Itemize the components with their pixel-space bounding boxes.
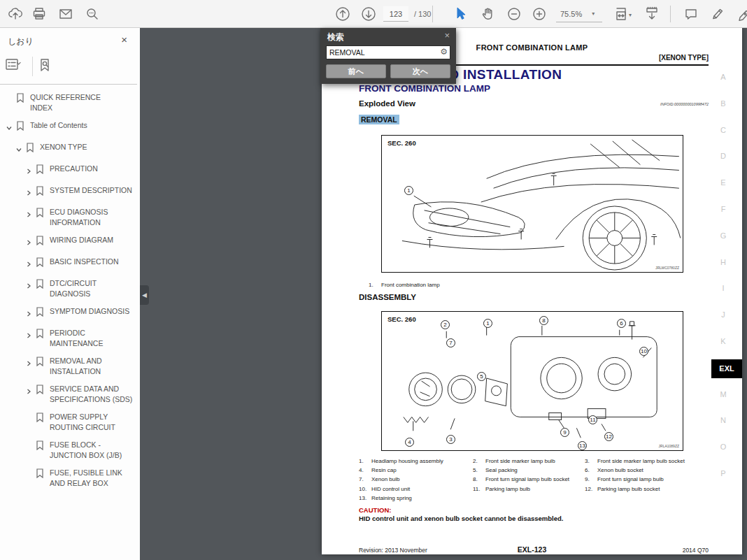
pen-nib-icon [736,6,747,22]
section-tab[interactable]: P [716,469,730,478]
search-button[interactable] [83,5,102,23]
sidebar-toolbar-divider [32,57,33,76]
highlight-button[interactable] [708,5,727,23]
bookmark-item[interactable]: WIRING DIAGRAM [0,235,140,249]
bookmark-item[interactable]: PRECAUTION [0,164,140,178]
zoom-in-button[interactable] [529,5,549,23]
chevron-right-icon[interactable] [25,356,36,370]
bookmark-item-label[interactable]: FUSE, FUSIBLE LINK AND RELAY BOX [50,468,139,488]
bookmark-item-label[interactable]: QUICK REFERENCE INDEX [30,92,120,113]
chevron-right-icon[interactable] [25,306,36,320]
section-tab[interactable]: K [716,337,730,345]
bookmark-item-label[interactable]: SERVICE DATA AND SPECIFICATIONS (SDS) [50,384,139,404]
caution-label: CAUTION: [359,506,391,514]
chevron-right-icon[interactable] [25,207,36,221]
section-tab[interactable]: O [716,443,730,451]
section-tab-active[interactable]: EXL [711,359,742,378]
bookmark-item-label[interactable]: Table of Contents [30,120,87,131]
chevron-right-icon[interactable] [25,384,36,398]
search-options-gear-icon[interactable]: ⚙ [440,47,448,57]
next-page-button[interactable] [359,5,378,23]
share-button[interactable] [6,5,25,23]
zoom-level-dropdown[interactable]: 75.5% ▾ [556,6,602,22]
hand-tool-button[interactable] [478,5,498,23]
bookmark-item-label[interactable]: PRECAUTION [50,164,98,174]
bookmark-item[interactable]: BASIC INSPECTION [0,257,140,271]
section-tab[interactable]: I [716,284,730,292]
disassembly-heading: DISASSEMBLY [359,293,416,301]
bookmark-item[interactable]: XENON TYPE [0,142,140,156]
scroll-mode-button[interactable] [642,5,662,23]
section-tab[interactable]: C [716,126,730,134]
search-query-input[interactable] [327,46,437,59]
bookmark-item-label[interactable]: PERIODIC MAINTENANCE [50,328,139,348]
bookmark-item-label[interactable]: BASIC INSPECTION [50,257,119,267]
section-tab[interactable]: N [716,416,730,424]
part-label: Xenon bulb socket [597,467,643,476]
bookmark-options-button[interactable] [4,56,24,74]
bookmark-item-label[interactable]: DTC/CIRCUIT DIAGNOSIS [50,278,139,299]
bookmark-item[interactable]: SERVICE DATA AND SPECIFICATIONS (SDS) [0,384,140,404]
section-tab[interactable]: M [716,390,730,399]
print-button[interactable] [29,5,49,23]
section-tab[interactable]: E [716,178,730,187]
chevron-right-icon[interactable] [25,164,36,178]
chevron-right-icon[interactable] [25,185,36,199]
bookmark-item[interactable]: POWER SUPPLY ROUTING CIRCUIT [0,412,140,432]
bookmark-item[interactable]: SYSTEM DESCRIPTION [0,185,140,199]
bookmark-item-label[interactable]: SYMPTOM DIAGNOSIS [50,306,129,317]
chevron-down-icon[interactable] [6,120,16,134]
collapse-sidebar-handle[interactable]: ◀ [140,285,149,305]
caution-text: HID control unit and xenon bulb socket c… [359,515,563,522]
chevron-right-icon[interactable] [25,278,36,292]
section-tab[interactable]: F [716,205,730,213]
bookmark-item-label[interactable]: XENON TYPE [40,142,87,152]
comment-button[interactable] [681,5,701,23]
section-tab[interactable]: A [716,73,730,81]
bookmark-item-label[interactable]: ECU DIAGNOSIS INFORMATION [50,207,139,227]
section-tab[interactable]: H [716,258,730,266]
part-item: 13.Retaining spring [359,495,473,504]
callout-number: 3 [446,435,455,444]
section-tab[interactable]: D [716,152,730,160]
bookmark-item-label[interactable]: WIRING DIAGRAM [50,235,113,245]
bookmark-item[interactable]: FUSE, FUSIBLE LINK AND RELAY BOX [0,468,140,488]
bookmark-item[interactable]: DTC/CIRCUIT DIAGNOSIS [0,278,140,299]
search-previous-button[interactable]: 前へ [326,64,386,78]
bookmark-item[interactable]: Table of Contents [0,120,140,134]
select-tool-button[interactable] [451,5,471,23]
bookmark-item[interactable]: ECU DIAGNOSIS INFORMATION [0,207,140,227]
bookmark-item-label[interactable]: SYSTEM DESCRIPTION [50,185,132,196]
bookmark-item[interactable]: REMOVAL AND INSTALLATION [0,356,140,376]
page-number-input[interactable] [383,6,408,22]
chevron-right-icon[interactable] [25,235,36,249]
bookmark-item[interactable]: PERIODIC MAINTENANCE [0,328,140,348]
find-bookmark-button[interactable] [35,56,55,74]
search-next-button[interactable]: 次へ [390,64,450,78]
previous-page-button[interactable] [333,5,353,23]
fill-sign-button[interactable] [734,5,747,23]
bookmark-item-label[interactable]: POWER SUPPLY ROUTING CIRCUIT [50,412,139,432]
close-search-button[interactable]: × [444,30,450,41]
chevron-down-icon[interactable] [15,142,26,156]
close-panel-button[interactable]: × [121,34,127,45]
bookmark-item[interactable]: FUSE BLOCK - JUNCTION BOX (J/B) [0,440,140,460]
bookmark-item[interactable]: SYMPTOM DIAGNOSIS [0,306,140,320]
fit-width-icon [613,6,629,22]
bookmark-item[interactable]: QUICK REFERENCE INDEX [0,92,140,113]
fit-width-button[interactable] [611,5,631,23]
section-tab[interactable]: B [716,99,730,108]
sidebar-separator [0,84,137,85]
zoom-out-button[interactable] [504,5,524,23]
chevron-right-icon[interactable] [25,257,36,271]
bookmark-item-label[interactable]: REMOVAL AND INSTALLATION [50,356,139,376]
part-number: 5. [473,467,485,476]
section-tab[interactable]: J [716,310,730,319]
chevron-right-icon[interactable] [25,328,36,342]
callout-number: 6 [617,319,626,328]
email-icon [58,6,73,22]
email-button[interactable] [56,5,76,23]
section-tab[interactable]: G [716,231,730,240]
bookmark-item-label[interactable]: FUSE BLOCK - JUNCTION BOX (J/B) [50,440,139,460]
bookmark-icon [16,120,25,134]
